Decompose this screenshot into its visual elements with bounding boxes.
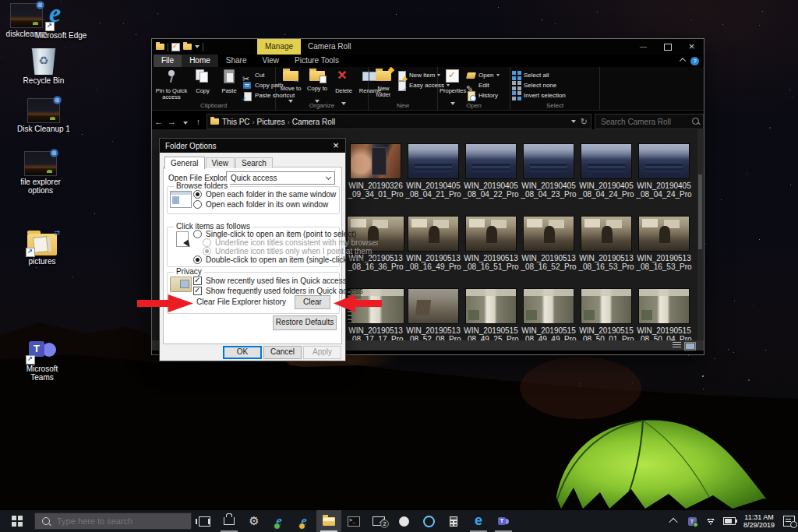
file-item[interactable]: WIN_20190405_08_04_24_Pro (2) [577, 143, 635, 216]
radio-open-each-folder-in-the-same-window[interactable]: Open each folder in the same window [193, 190, 336, 199]
breadcrumb-item-camera-roll[interactable]: Camera Roll [292, 118, 336, 126]
tab-home[interactable]: Home [182, 55, 218, 67]
file-item[interactable]: WIN_20190513_08_16_52_Pro [520, 216, 577, 288]
ribbon-button-paste[interactable]: Paste [216, 69, 242, 94]
taskbar-button-edge[interactable] [466, 510, 491, 532]
taskbar-button-command-prompt[interactable] [341, 510, 366, 532]
help-icon[interactable]: ? [690, 57, 699, 65]
taskbar-button-mail[interactable] [366, 510, 391, 532]
taskbar-search-input[interactable] [35, 516, 191, 527]
taskbar-clock[interactable]: 11:31 AM 8/29/2019 [739, 513, 779, 529]
taskbar-button-task-view[interactable] [192, 510, 217, 532]
explorer-titlebar[interactable]: Manage Camera Roll [152, 39, 704, 55]
tab-file[interactable]: File [154, 55, 182, 67]
file-item[interactable]: WIN_20190515_08_49_49_Pro [520, 288, 577, 340]
taskbar-button-calculator[interactable] [441, 510, 466, 532]
new-folder-icon[interactable] [183, 44, 192, 50]
vertical-scrollbar[interactable] [697, 129, 703, 340]
desktop-icon-microsoft-edge[interactable]: Microsoft Edge [33, 3, 89, 40]
taskbar-button-internet-explorer-yellow[interactable] [291, 510, 316, 532]
checkbox-control[interactable] [193, 277, 202, 285]
tray-overflow-button[interactable] [664, 510, 683, 532]
taskbar-search-box[interactable] [34, 513, 192, 530]
recent-locations-caret-icon[interactable] [178, 117, 192, 126]
properties-icon[interactable] [171, 43, 180, 51]
file-item[interactable]: WIN_20190515_08_49_25_Pro [462, 288, 520, 340]
dialog-close-icon[interactable] [327, 139, 345, 153]
tab-share[interactable]: Share [218, 55, 255, 67]
scrollbar-thumb[interactable] [698, 174, 702, 249]
restore-defaults-button[interactable]: Restore Defaults [273, 315, 337, 330]
back-icon[interactable]: ← [152, 117, 165, 126]
taskbar-button-internet-explorer-green[interactable] [267, 510, 291, 532]
radio-single-click-to-open-an-item-point-to-select[interactable]: Single-click to open an item (point to s… [193, 230, 356, 238]
ribbon-button-select-none[interactable]: Select none [512, 80, 566, 90]
folder-icon[interactable] [156, 44, 164, 50]
manage-contextual-tab[interactable]: Manage [257, 39, 301, 55]
ribbon-button-invert-selection[interactable]: Invert selection [512, 90, 566, 100]
file-item[interactable]: WIN_20190515_08_50_04_Pro [635, 288, 693, 340]
taskbar-button-teams[interactable] [491, 510, 516, 532]
radio-control[interactable] [193, 200, 202, 209]
taskbar-button-xbox[interactable] [391, 510, 416, 532]
customize-toolbar-caret-icon[interactable] [195, 45, 200, 48]
file-item[interactable]: WIN_20190513_08_52_08_Pro [404, 288, 462, 340]
file-item[interactable]: WIN_20190513_08_16_51_Pro [462, 216, 520, 288]
desktop-icon-file-explorer-options[interactable]: file explorer options [12, 151, 69, 195]
radio-control[interactable] [193, 190, 202, 199]
tray-battery-button[interactable] [720, 510, 739, 532]
dialog-titlebar[interactable]: Folder Options [160, 139, 345, 153]
breadcrumb-item-this-pc[interactable]: This PC [222, 118, 250, 126]
ribbon-button-select-all[interactable]: Select all [512, 70, 566, 80]
file-item[interactable]: WIN_20190513_08_16_49_Pro [404, 216, 462, 288]
tab-picture-tools[interactable]: Picture Tools [287, 55, 347, 67]
apply-button[interactable]: Apply [303, 346, 341, 359]
taskbar-button-settings[interactable] [242, 510, 267, 532]
ribbon-button-copy-to[interactable]: Copy to [304, 69, 330, 106]
file-item[interactable]: WIN_20190515_08_50_01_Pro [577, 288, 635, 340]
ribbon-button-edit[interactable]: Edit [466, 80, 500, 90]
details-view-icon[interactable] [673, 342, 681, 349]
collapse-ribbon-icon[interactable] [680, 56, 685, 64]
file-item[interactable]: WIN_20190513_08_16_53_Pro [635, 216, 693, 288]
dialog-tab-search[interactable]: Search [235, 157, 273, 168]
file-item[interactable]: WIN_20190405_08_04_24_Pro [635, 143, 693, 216]
ribbon-button-history[interactable]: History [466, 90, 500, 100]
dialog-tab-view[interactable]: View [206, 157, 235, 168]
maximize-button[interactable] [655, 39, 680, 55]
address-dropdown-caret-icon[interactable] [571, 120, 576, 123]
close-button[interactable] [680, 39, 704, 55]
desktop-icon-disk-cleanup-1[interactable]: Disk Cleanup 1 [16, 98, 72, 133]
up-icon[interactable]: ↑ [192, 117, 205, 126]
ribbon-button-pin-to-quick-access[interactable]: Pin to Quick access [154, 69, 189, 100]
refresh-icon[interactable] [581, 117, 588, 127]
file-item[interactable]: WIN_20190513_08_16_53_Pro (2) [577, 216, 635, 288]
radio-double-click-to-open-an-item-single-click-to-select[interactable]: Double-click to open an item (single-cli… [193, 255, 381, 264]
checkbox-show-recently-used-files-in-quick-access[interactable]: Show recently used files in Quick access [193, 277, 347, 285]
address-bar[interactable]: This PC›Pictures›Camera Roll [207, 114, 591, 129]
file-item[interactable]: WIN_20190405_08_04_21_Pro [404, 143, 462, 216]
action-center-button[interactable] [779, 510, 798, 532]
tray-network-button[interactable] [701, 510, 720, 532]
checkbox-control[interactable] [193, 287, 202, 295]
search-input[interactable] [599, 117, 689, 127]
cancel-button[interactable]: Cancel [263, 346, 302, 359]
radio-control[interactable] [193, 230, 202, 238]
desktop-icon-recycle-bin[interactable]: Recycle Bin [16, 48, 72, 85]
file-item[interactable]: WIN_20190326_09_34_01_Pro [347, 143, 404, 216]
breadcrumb-item-pictures[interactable]: Pictures [257, 118, 285, 126]
thumbnails-view-icon[interactable] [684, 342, 696, 351]
ribbon-button-move-to[interactable]: Move to [277, 69, 304, 106]
radio-control[interactable] [193, 255, 202, 264]
forward-icon[interactable]: → [165, 117, 178, 126]
file-item[interactable]: WIN_20190405_08_04_23_Pro [520, 143, 577, 216]
minimize-button[interactable] [631, 39, 655, 55]
desktop-icon-microsoft-teams[interactable]: Microsoft Teams [14, 338, 70, 382]
tray-teams-button[interactable] [683, 510, 701, 532]
ribbon-button-copy[interactable]: Copy [189, 69, 216, 94]
ok-button[interactable]: OK [223, 346, 262, 359]
desktop-icon-pictures[interactable]: ⇄pictures [14, 234, 70, 266]
checkbox-show-frequently-used-folders-in-quick-access[interactable]: Show frequently used folders in Quick ac… [193, 287, 363, 295]
open-to-dropdown[interactable]: Quick access [226, 171, 335, 185]
ribbon-button-new-folder[interactable]: New folder [370, 69, 397, 98]
